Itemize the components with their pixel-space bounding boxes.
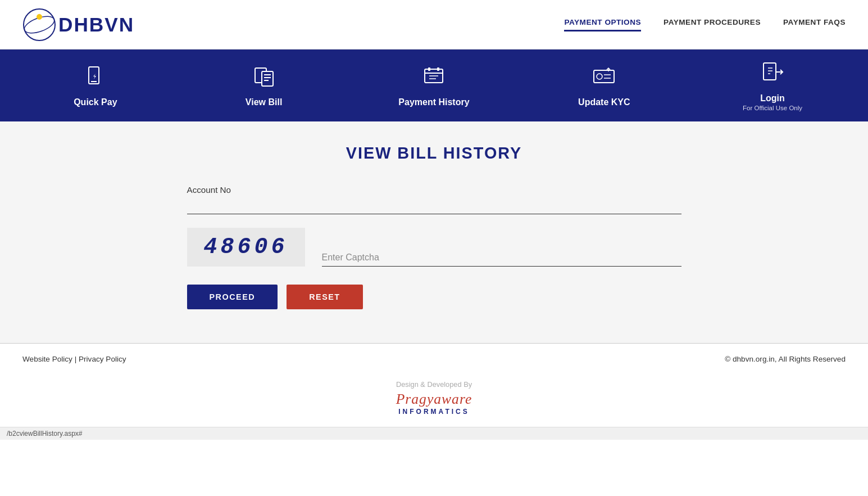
captcha-input[interactable]	[322, 249, 681, 267]
captcha-row: 48606	[187, 228, 681, 267]
status-url: /b2cviewBillHistory.aspx#	[7, 430, 83, 438]
footer-brand-sans: INFORMATICS	[398, 408, 469, 416]
footer-dev-label: Design & Developed By	[22, 380, 846, 389]
svg-rect-23	[764, 63, 776, 80]
page-title: VIEW BILL HISTORY	[346, 144, 522, 163]
status-bar: /b2cviewBillHistory.aspx#	[0, 427, 868, 440]
captcha-input-wrap	[322, 249, 681, 267]
bill-history-form: Account No 48606 PROCEED RESET	[187, 185, 681, 309]
main-nav: PAYMENT OPTIONS PAYMENT PROCEDURES PAYME…	[564, 18, 846, 31]
account-no-label: Account No	[187, 185, 681, 195]
website-policy-link[interactable]: Website Policy	[22, 355, 72, 363]
banner-quick-pay[interactable]: Quick Pay	[62, 64, 129, 107]
banner-login[interactable]: Login For Official Use Only	[739, 60, 806, 111]
account-no-input[interactable]	[187, 197, 681, 214]
logo[interactable]: DHBVN	[22, 8, 134, 42]
svg-rect-16	[428, 67, 430, 71]
nav-payment-procedures[interactable]: PAYMENT PROCEDURES	[664, 18, 761, 31]
view-bill-label: View Bill	[246, 97, 283, 107]
banner-payment-history[interactable]: Payment History	[398, 64, 469, 107]
view-bill-icon	[252, 64, 276, 93]
footer-copyright: © dhbvn.org.in, All Rights Reserved	[725, 355, 846, 363]
quick-pay-icon	[83, 64, 108, 93]
footer-bottom: Design & Developed By Pragyaware INFORMA…	[0, 375, 868, 427]
captcha-display: 48606	[187, 228, 305, 267]
footer-brand: Pragyaware INFORMATICS	[22, 391, 846, 416]
login-icon	[760, 60, 785, 89]
svg-rect-7	[262, 71, 273, 86]
footer-brand-script: Pragyaware	[396, 391, 472, 408]
form-buttons: PROCEED RESET	[187, 285, 681, 309]
quick-pay-label: Quick Pay	[74, 97, 117, 107]
banner-update-kyc[interactable]: Update KYC	[570, 64, 638, 107]
footer-links: Website Policy | Privacy Policy	[22, 355, 126, 363]
footer-top: Website Policy | Privacy Policy © dhbvn.…	[0, 343, 868, 375]
svg-point-19	[597, 74, 602, 79]
login-sublabel: For Official Use Only	[743, 105, 802, 111]
dhbvn-logo-icon	[22, 8, 56, 42]
site-header: DHBVN PAYMENT OPTIONS PAYMENT PROCEDURES…	[0, 0, 868, 49]
privacy-policy-link[interactable]: Privacy Policy	[79, 355, 126, 363]
update-kyc-icon	[592, 64, 616, 93]
login-label: Login	[760, 93, 785, 103]
nav-payment-faqs[interactable]: PAYMENT FAQS	[783, 18, 846, 31]
reset-button[interactable]: RESET	[287, 285, 362, 309]
account-no-row: Account No	[187, 185, 681, 214]
nav-payment-options[interactable]: PAYMENT OPTIONS	[564, 18, 641, 31]
update-kyc-label: Update KYC	[578, 97, 630, 107]
svg-rect-17	[437, 67, 439, 71]
payment-history-label: Payment History	[398, 97, 469, 107]
footer-separator: |	[75, 355, 77, 363]
proceed-button[interactable]: PROCEED	[187, 285, 278, 309]
banner-view-bill[interactable]: View Bill	[230, 64, 298, 107]
payment-history-icon	[421, 64, 446, 93]
logo-text: DHBVN	[58, 13, 134, 36]
main-content: VIEW BILL HISTORY Account No 48606 PROCE…	[0, 121, 868, 343]
service-banner: Quick Pay View Bill	[0, 49, 868, 121]
